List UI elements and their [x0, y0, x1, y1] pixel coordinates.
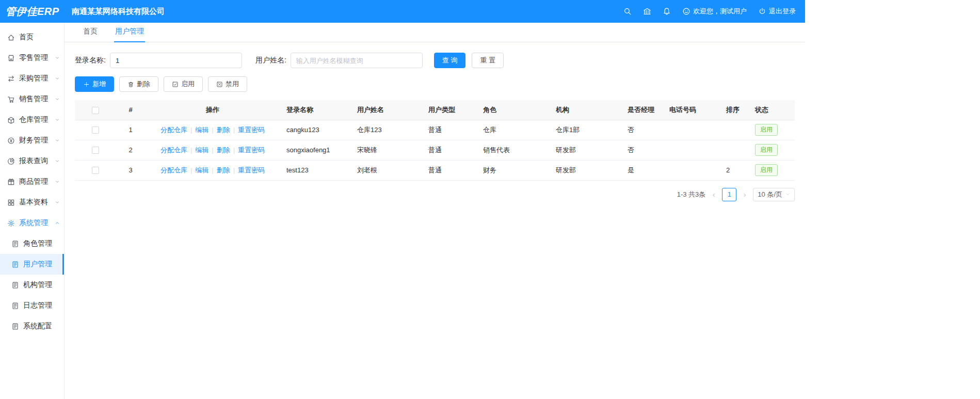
cell-login-name: test123	[280, 160, 351, 180]
body-row: 首页零售管理采购管理销售管理仓库管理财务管理报表查询商品管理基本资料系统管理角色…	[0, 23, 805, 399]
table-wrap: # 操作 登录名称 用户姓名 用户类型 角色 机构 是否经理 电话号码 排序 状	[75, 100, 795, 181]
header-actions: 欢迎您，测试用户 退出登录	[623, 7, 805, 16]
tab-home[interactable]: 首页	[82, 27, 99, 42]
op-delete-link[interactable]: 删除	[217, 146, 230, 154]
finance-icon	[7, 137, 15, 145]
op-edit-link[interactable]: 编辑	[195, 146, 208, 154]
sidebar-item-warehouse[interactable]: 仓库管理	[0, 109, 64, 130]
op-edit-link[interactable]: 编辑	[195, 126, 208, 134]
doc-icon	[11, 240, 19, 248]
op-reset-password-link[interactable]: 重置密码	[238, 126, 265, 134]
sidebar-item-config[interactable]: 系统配置	[0, 316, 64, 337]
op-reset-password-link[interactable]: 重置密码	[238, 146, 265, 154]
col-user-type: 用户类型	[422, 100, 477, 120]
sidebar-item-sales[interactable]: 销售管理	[0, 89, 64, 109]
sidebar-item-label: 系统配置	[23, 322, 60, 331]
warehouse-icon	[7, 116, 15, 124]
current-page-button[interactable]: 1	[722, 188, 736, 201]
op-edit-link[interactable]: 编辑	[195, 166, 208, 174]
cell-index: 1	[116, 120, 145, 140]
sidebar-item-label: 日志管理	[23, 301, 60, 310]
cell-organization: 研发部	[550, 140, 621, 160]
sidebar-item-home[interactable]: 首页	[0, 27, 64, 47]
welcome-text: 欢迎您，测试用户	[693, 7, 747, 16]
sidebar-item-label: 报表查询	[19, 156, 54, 166]
enable-button[interactable]: 启用	[164, 76, 203, 92]
reset-button[interactable]: 重 置	[472, 53, 504, 68]
chevron-down-icon	[55, 97, 60, 102]
op-assign-warehouse-link[interactable]: 分配仓库	[160, 166, 187, 174]
cell-status: 启用	[749, 120, 795, 140]
add-button[interactable]: 新增	[75, 76, 114, 92]
bell-icon[interactable]	[663, 7, 671, 15]
row-checkbox[interactable]	[92, 126, 99, 134]
op-separator: |	[212, 126, 213, 134]
row-checkbox[interactable]	[92, 147, 99, 154]
chevron-down-icon	[55, 200, 60, 205]
sidebar-item-label: 零售管理	[19, 53, 54, 62]
op-separator: |	[233, 126, 235, 134]
delete-button-label: 删除	[137, 79, 150, 89]
doc-icon	[11, 323, 19, 330]
sidebar-item-retail[interactable]: 零售管理	[0, 47, 64, 68]
op-assign-warehouse-link[interactable]: 分配仓库	[160, 126, 187, 134]
sidebar-item-purchase[interactable]: 采购管理	[0, 68, 64, 89]
login-name-input[interactable]	[110, 53, 242, 68]
company-name: 南通某某网络科技有限公司	[72, 7, 165, 17]
sidebar-item-finance[interactable]: 财务管理	[0, 130, 64, 151]
disable-button[interactable]: 禁用	[208, 76, 247, 92]
cell-is-manager: 是	[621, 160, 663, 180]
op-reset-password-link[interactable]: 重置密码	[238, 166, 265, 174]
op-separator: |	[190, 166, 192, 174]
doc-icon	[11, 281, 19, 289]
select-all-checkbox[interactable]	[92, 107, 99, 114]
cell-user-name: 刘老根	[351, 160, 422, 180]
row-checkbox[interactable]	[92, 167, 99, 174]
cell-role: 财务	[477, 160, 550, 180]
cell-phone	[663, 140, 720, 160]
col-is-manager: 是否经理	[621, 100, 663, 120]
sidebar-item-user[interactable]: 用户管理	[0, 254, 64, 275]
status-badge[interactable]: 启用	[755, 144, 778, 156]
purchase-icon	[7, 75, 15, 83]
retail-icon	[7, 54, 15, 62]
status-badge[interactable]: 启用	[755, 164, 778, 176]
sidebar-item-report[interactable]: 报表查询	[0, 151, 64, 171]
next-page-button[interactable]: ›	[742, 190, 748, 199]
col-status: 状态	[749, 100, 795, 120]
search-button[interactable]: 查 询	[434, 53, 466, 68]
search-icon[interactable]	[623, 7, 632, 15]
tab-user-management[interactable]: 用户管理	[114, 27, 145, 42]
sidebar-item-label: 机构管理	[23, 280, 60, 290]
op-assign-warehouse-link[interactable]: 分配仓库	[160, 146, 187, 154]
welcome-user[interactable]: 欢迎您，测试用户	[682, 7, 747, 16]
main-area: 首页 用户管理 登录名称: 用户姓名: 查 询 重 置 新增	[65, 23, 805, 399]
sidebar-item-role[interactable]: 角色管理	[0, 233, 64, 254]
sidebar-item-org[interactable]: 机构管理	[0, 275, 64, 295]
col-login-name: 登录名称	[280, 100, 351, 120]
user-name-input[interactable]	[291, 53, 423, 68]
cell-status: 启用	[749, 140, 795, 160]
doc-icon	[11, 261, 19, 268]
sidebar-item-basic[interactable]: 基本资料	[0, 192, 64, 213]
cell-sort	[720, 140, 749, 160]
chevron-down-icon	[55, 158, 60, 164]
op-delete-link[interactable]: 删除	[217, 126, 230, 134]
enable-button-label: 启用	[181, 79, 195, 89]
goods-icon	[7, 178, 15, 186]
logout-button[interactable]: 退出登录	[758, 7, 796, 16]
sidebar-item-log[interactable]: 日志管理	[0, 295, 64, 316]
op-delete-link[interactable]: 删除	[217, 166, 230, 174]
chevron-down-icon	[55, 55, 60, 60]
home-icon[interactable]	[643, 7, 651, 15]
prev-page-button[interactable]: ‹	[711, 190, 717, 199]
delete-button[interactable]: 删除	[119, 76, 158, 92]
status-badge[interactable]: 启用	[755, 124, 778, 136]
sidebar-item-system[interactable]: 系统管理	[0, 213, 64, 233]
page-size-select[interactable]: 10 条/页	[753, 188, 795, 201]
cell-user-type: 普通	[422, 140, 477, 160]
cell-sort: 2	[720, 160, 749, 180]
app-window: 管伊佳ERP 南通某某网络科技有限公司 欢迎您，测试用户 退出登录 首页零售管理…	[0, 0, 805, 399]
table-header-row: # 操作 登录名称 用户姓名 用户类型 角色 机构 是否经理 电话号码 排序 状	[75, 100, 795, 120]
sidebar-item-goods[interactable]: 商品管理	[0, 171, 64, 192]
